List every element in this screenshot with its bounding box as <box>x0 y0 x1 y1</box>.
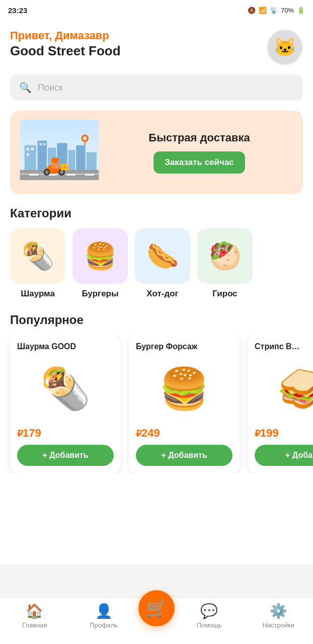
help-icon: 💬 <box>200 603 218 619</box>
nav-item-home[interactable]: 🏠 Главная <box>0 603 69 629</box>
burger-icon-wrap: 🍔 <box>72 228 128 284</box>
popular-title: Популярное <box>0 313 313 327</box>
shawarma-icon-wrap: 🌯 <box>10 228 65 284</box>
product-name-2: Бургер Форсаж <box>136 342 232 351</box>
svg-point-22 <box>45 171 48 174</box>
banner-illustration <box>19 120 105 185</box>
categories-title: Категории <box>0 206 313 220</box>
svg-rect-15 <box>29 174 38 176</box>
burger-icon: 🍔 <box>84 241 117 272</box>
categories-scroll: 🌯 Шаурма 🍔 Бургеры 🌭 Хот-дог 🥙 <box>0 228 313 299</box>
profile-label: Профиль <box>90 621 118 629</box>
search-icon: 🔍 <box>19 82 32 94</box>
shawarma-label: Шаурма <box>21 289 55 299</box>
nav-item-profile[interactable]: 👤 Профиль <box>69 603 139 629</box>
add-button-3[interactable]: + Доба… <box>255 445 313 466</box>
add-button-1[interactable]: + Добавить <box>17 445 114 466</box>
nav-item-settings[interactable]: ⚙️ Настройки <box>244 603 314 629</box>
svg-rect-9 <box>31 147 34 150</box>
settings-label: Настройки <box>262 621 294 629</box>
home-label: Главная <box>22 621 47 629</box>
gyros-icon: 🥙 <box>209 241 242 272</box>
add-button-2[interactable]: + Добавить <box>136 445 232 466</box>
order-now-button[interactable]: Заказать сейчас <box>153 151 245 174</box>
battery-label: 70% <box>281 7 294 14</box>
header-text: Привет, Димазавр Good Street Food <box>10 29 121 59</box>
burger-label: Бургеры <box>82 289 118 299</box>
svg-rect-17 <box>66 174 75 176</box>
profile-icon: 👤 <box>95 603 113 619</box>
price-symbol-2: ₽ <box>136 429 141 439</box>
product-image-3: 🥪 <box>255 356 313 422</box>
svg-point-24 <box>60 171 63 174</box>
price-symbol-1: ₽ <box>17 429 23 439</box>
gyros-icon-wrap: 🥙 <box>197 228 253 284</box>
app-title: Good Street Food <box>10 43 121 59</box>
hotdog-icon: 🌭 <box>146 241 179 272</box>
product-price-3: ₽199 <box>255 427 313 440</box>
product-name-3: Стрипс В… <box>255 342 313 351</box>
category-item-burger[interactable]: 🍔 Бургеры <box>72 228 128 299</box>
svg-rect-6 <box>76 145 85 173</box>
popular-scroll: Шаурма GOOD 🌯 ₽179 + Добавить Бургер Фор… <box>0 335 313 474</box>
svg-rect-18 <box>85 174 94 176</box>
category-item-shawarma[interactable]: 🌯 Шаурма <box>10 228 65 299</box>
product-card-shawarma-good: Шаурма GOOD 🌯 ₽179 + Добавить <box>10 335 121 474</box>
svg-rect-1 <box>25 145 36 173</box>
product-card-burger-forsazh: Бургер Форсаж 🍔 ₽249 + Добавить <box>129 335 240 474</box>
product-card-strips: Стрипс В… 🥪 ₽199 + Доба… <box>248 335 313 474</box>
signal-icon: 📡 <box>270 7 278 14</box>
bottom-nav: 🏠 Главная 👤 Профиль 🛒 💬 Помощь ⚙️ Настро… <box>0 597 313 644</box>
delivery-svg <box>19 120 100 180</box>
product-image-1: 🌯 <box>17 356 114 422</box>
status-bar: 23:23 🔕 📶 📡 70% 🔋 <box>0 0 313 20</box>
home-icon: 🏠 <box>26 603 43 619</box>
svg-rect-5 <box>68 150 75 173</box>
banner-right: Быстрая доставка Заказать сейчас <box>105 131 294 174</box>
avatar[interactable]: 🐱 <box>267 29 303 65</box>
main-content: Привет, Димазавр Good Street Food 🐱 🔍 По… <box>0 20 313 565</box>
hotdog-icon-wrap: 🌭 <box>135 228 190 284</box>
battery-icon: 🔋 <box>297 7 305 14</box>
status-time: 23:23 <box>8 6 27 15</box>
svg-rect-8 <box>26 147 29 150</box>
svg-rect-10 <box>26 153 29 156</box>
popular-section: Популярное Шаурма GOOD 🌯 ₽179 + Добавить… <box>0 313 313 474</box>
search-placeholder: Поиск <box>38 83 63 93</box>
category-item-hotdog[interactable]: 🌭 Хот-дог <box>135 228 190 299</box>
shawarma-icon: 🌯 <box>22 241 54 272</box>
gyros-label: Гирос <box>212 289 238 299</box>
categories-section: Категории 🌯 Шаурма 🍔 Бургеры 🌭 Хот-дог <box>0 206 313 299</box>
cart-fab[interactable]: 🛒 <box>138 590 175 626</box>
svg-rect-12 <box>43 143 46 145</box>
svg-rect-11 <box>39 143 42 145</box>
status-icons: 🔕 📶 📡 70% 🔋 <box>248 7 305 14</box>
product-image-2: 🍔 <box>136 356 232 422</box>
wifi-icon: 📶 <box>259 7 267 14</box>
nav-item-help[interactable]: 💬 Помощь <box>175 603 244 629</box>
svg-point-32 <box>83 136 87 140</box>
category-item-gyros[interactable]: 🥙 Гирос <box>197 228 253 299</box>
product-name-1: Шаурма GOOD <box>17 342 114 351</box>
product-price-1: ₽179 <box>17 427 114 440</box>
svg-rect-27 <box>51 165 59 169</box>
greeting: Привет, Димазавр <box>10 29 121 42</box>
banner: Быстрая доставка Заказать сейчас <box>10 111 303 194</box>
help-label: Помощь <box>197 621 222 629</box>
product-price-2: ₽249 <box>136 427 232 440</box>
svg-point-26 <box>51 157 59 163</box>
banner-title: Быстрая доставка <box>148 131 250 144</box>
header: Привет, Димазавр Good Street Food 🐱 <box>0 20 313 70</box>
cart-icon: 🛒 <box>146 598 167 618</box>
mute-icon: 🔕 <box>248 7 256 14</box>
price-symbol-3: ₽ <box>255 429 260 439</box>
hotdog-label: Хот-дог <box>146 289 178 299</box>
settings-icon: ⚙️ <box>270 603 287 619</box>
svg-rect-2 <box>38 141 47 174</box>
search-bar[interactable]: 🔍 Поиск <box>10 74 303 101</box>
